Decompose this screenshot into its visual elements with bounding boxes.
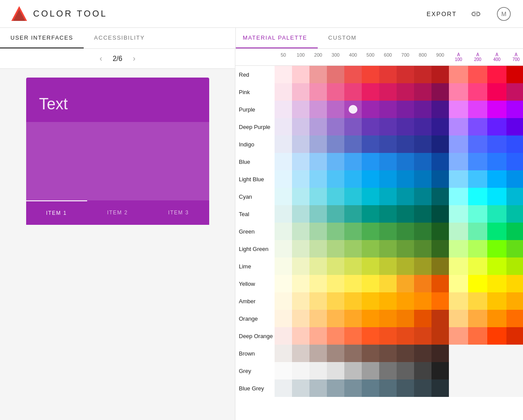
swatch-blue-grey-8[interactable] <box>414 379 431 397</box>
swatch-orange-2[interactable] <box>309 310 327 327</box>
swatch-pink-2[interactable] <box>309 83 327 101</box>
export-button[interactable]: EXPORT <box>427 10 457 17</box>
swatch-blue-9[interactable] <box>431 153 449 170</box>
swatch-lime-10[interactable] <box>449 257 468 275</box>
swatch-pink-13[interactable] <box>506 83 523 101</box>
swatch-grey-1[interactable] <box>292 362 309 379</box>
swatch-orange-5[interactable] <box>362 310 379 327</box>
swatch-deep-orange-13[interactable] <box>506 327 523 345</box>
swatch-deep-purple-2[interactable] <box>309 118 327 135</box>
swatch-indigo-4[interactable] <box>344 135 362 153</box>
swatch-yellow-13[interactable] <box>506 275 523 292</box>
swatch-blue-grey-9[interactable] <box>431 379 449 397</box>
swatch-deep-orange-7[interactable] <box>397 327 414 345</box>
swatch-blue-11[interactable] <box>468 153 487 170</box>
swatch-blue-10[interactable] <box>449 153 468 170</box>
swatch-blue-grey-1[interactable] <box>292 379 309 397</box>
swatch-grey-4[interactable] <box>344 362 362 379</box>
swatch-purple-9[interactable] <box>431 101 449 118</box>
swatch-brown-12[interactable] <box>487 345 506 362</box>
swatch-teal-5[interactable] <box>362 205 379 223</box>
swatch-lime-2[interactable] <box>309 257 327 275</box>
swatch-deep-orange-4[interactable] <box>344 327 362 345</box>
swatch-orange-8[interactable] <box>414 310 431 327</box>
swatch-deep-orange-10[interactable] <box>449 327 468 345</box>
swatch-pink-12[interactable] <box>487 83 506 101</box>
swatch-pink-8[interactable] <box>414 83 431 101</box>
swatch-green-2[interactable] <box>309 223 327 240</box>
swatch-brown-13[interactable] <box>506 345 523 362</box>
swatch-green-5[interactable] <box>362 223 379 240</box>
swatch-pink-1[interactable] <box>292 83 309 101</box>
swatch-yellow-2[interactable] <box>309 275 327 292</box>
tab-material-palette[interactable]: MATERIAL PALETTE <box>236 28 318 48</box>
swatch-light-green-1[interactable] <box>292 240 309 257</box>
swatch-orange-11[interactable] <box>468 310 487 327</box>
swatch-amber-9[interactable] <box>431 292 449 310</box>
swatch-yellow-10[interactable] <box>449 275 468 292</box>
swatch-amber-8[interactable] <box>414 292 431 310</box>
swatch-purple-5[interactable] <box>362 101 379 118</box>
swatch-light-green-6[interactable] <box>379 240 397 257</box>
swatch-deep-orange-2[interactable] <box>309 327 327 345</box>
swatch-amber-5[interactable] <box>362 292 379 310</box>
swatch-purple-0[interactable] <box>275 101 292 118</box>
swatch-red-10[interactable] <box>449 66 468 83</box>
swatch-deep-orange-5[interactable] <box>362 327 379 345</box>
swatch-indigo-3[interactable] <box>327 135 344 153</box>
swatch-indigo-8[interactable] <box>414 135 431 153</box>
swatch-blue-6[interactable] <box>379 153 397 170</box>
swatch-brown-10[interactable] <box>449 345 468 362</box>
swatch-cyan-2[interactable] <box>309 188 327 205</box>
swatch-teal-10[interactable] <box>449 205 468 223</box>
swatch-deep-orange-3[interactable] <box>327 327 344 345</box>
swatch-yellow-4[interactable] <box>344 275 362 292</box>
swatch-brown-0[interactable] <box>275 345 292 362</box>
swatch-pink-4[interactable] <box>344 83 362 101</box>
swatch-brown-1[interactable] <box>292 345 309 362</box>
swatch-green-6[interactable] <box>379 223 397 240</box>
swatch-light-green-9[interactable] <box>431 240 449 257</box>
swatch-red-8[interactable] <box>414 66 431 83</box>
swatch-teal-4[interactable] <box>344 205 362 223</box>
swatch-light-blue-10[interactable] <box>449 170 468 188</box>
preview-tab-1[interactable]: ITEM 1 <box>26 200 87 225</box>
swatch-light-green-12[interactable] <box>487 240 506 257</box>
swatch-grey-6[interactable] <box>379 362 397 379</box>
swatch-green-1[interactable] <box>292 223 309 240</box>
swatch-blue-8[interactable] <box>414 153 431 170</box>
swatch-indigo-6[interactable] <box>379 135 397 153</box>
swatch-red-7[interactable] <box>397 66 414 83</box>
tab-accessibility[interactable]: ACCESSIBILITY <box>84 28 155 48</box>
swatch-amber-4[interactable] <box>344 292 362 310</box>
swatch-teal-7[interactable] <box>397 205 414 223</box>
swatch-amber-12[interactable] <box>487 292 506 310</box>
tab-custom[interactable]: CUSTOM <box>318 28 367 48</box>
next-page-button[interactable]: › <box>133 54 136 63</box>
swatch-blue-grey-10[interactable] <box>449 379 468 397</box>
swatch-blue-grey-3[interactable] <box>327 379 344 397</box>
swatch-brown-6[interactable] <box>379 345 397 362</box>
swatch-purple-11[interactable] <box>468 101 487 118</box>
swatch-light-green-10[interactable] <box>449 240 468 257</box>
swatch-deep-purple-4[interactable] <box>344 118 362 135</box>
swatch-indigo-2[interactable] <box>309 135 327 153</box>
swatch-red-1[interactable] <box>292 66 309 83</box>
swatch-purple-4[interactable] <box>344 101 362 118</box>
swatch-brown-8[interactable] <box>414 345 431 362</box>
swatch-deep-orange-8[interactable] <box>414 327 431 345</box>
swatch-amber-1[interactable] <box>292 292 309 310</box>
swatch-pink-11[interactable] <box>468 83 487 101</box>
swatch-grey-3[interactable] <box>327 362 344 379</box>
swatch-red-5[interactable] <box>362 66 379 83</box>
swatch-deep-purple-6[interactable] <box>379 118 397 135</box>
swatch-red-9[interactable] <box>431 66 449 83</box>
swatch-teal-12[interactable] <box>487 205 506 223</box>
swatch-pink-9[interactable] <box>431 83 449 101</box>
swatch-green-0[interactable] <box>275 223 292 240</box>
swatch-purple-6[interactable] <box>379 101 397 118</box>
swatch-indigo-13[interactable] <box>506 135 523 153</box>
swatch-deep-purple-9[interactable] <box>431 118 449 135</box>
swatch-cyan-0[interactable] <box>275 188 292 205</box>
swatch-lime-12[interactable] <box>487 257 506 275</box>
